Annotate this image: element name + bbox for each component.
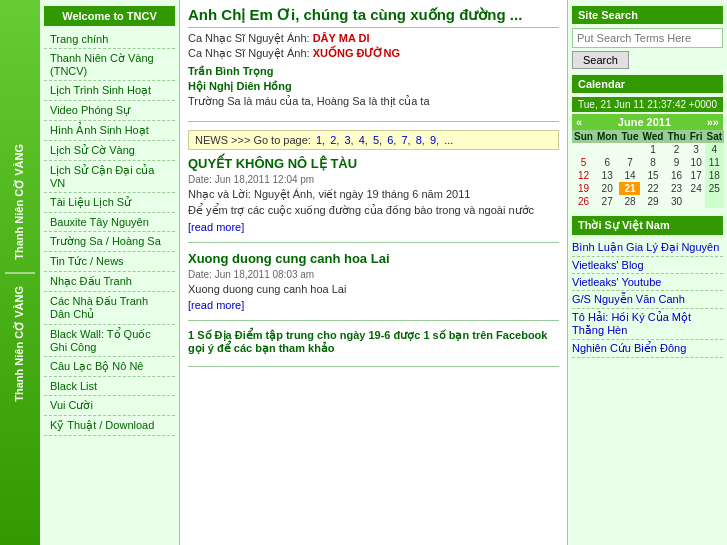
sub2-link[interactable]: XUỐNG ĐƯỜNG [313,47,400,59]
vn-news-item-5[interactable]: Nghiên Cứu Biển Đông [572,340,723,358]
cal-day-2-6[interactable]: 18 [705,169,725,182]
sidebar-item-4[interactable]: Hình Ảnh Sinh Hoạt [44,121,175,141]
sub1-link[interactable]: DÂY MA DI [313,32,370,44]
vn-news-title: Thời Sự Việt Nam [572,216,723,235]
article1-body: Nhạc và Lời: Nguyệt Ánh, viết ngày 19 th… [188,188,559,201]
vn-news-item-4[interactable]: Tô Hải: Hồi Ký Của Một Thằng Hèn [572,309,723,340]
article2-readmore[interactable]: [read more] [188,299,244,311]
cal-day-0-5[interactable]: 3 [688,143,705,156]
news-bar: NEWS >>> Go to page: 1, 2, 3, 4, 5, 6, 7… [188,130,559,150]
article3-title[interactable]: 1 Số Địa Điểm tập trung cho ngày 19-6 đư… [188,329,559,355]
cal-next[interactable]: »» [707,116,719,128]
cal-day-0-4[interactable]: 2 [665,143,687,156]
cal-weekday-fri: Fri [688,130,705,143]
cal-day-2-0[interactable]: 12 [572,169,595,182]
article1-title[interactable]: QUYẾT KHÔNG NÔ LỆ TÀU [188,156,559,171]
main-content: Anh Chị Em Ơi, chúng ta cùng xuống đường… [180,0,567,545]
news-page-3[interactable]: 4 [359,134,365,146]
cal-day-1-1[interactable]: 6 [595,156,620,169]
article1-readmore[interactable]: [read more] [188,221,244,233]
calendar-weekdays: SunMonTueWedThuFriSat [572,130,724,143]
vn-news-item-3[interactable]: G/S Nguyễn Văn Canh [572,291,723,309]
cal-day-4-0[interactable]: 26 [572,195,595,208]
cal-day-3-1[interactable]: 20 [595,182,620,195]
cal-week-1: 567891011 [572,156,724,169]
sidebar-item-0[interactable]: Trang chính [44,30,175,49]
sidebar-item-12[interactable]: Các Nhà Đấu Tranh Dân Chủ [44,292,175,325]
sidebar-item-15[interactable]: Black List [44,377,175,396]
news-page-0[interactable]: 1 [316,134,322,146]
cal-day-3-0[interactable]: 19 [572,182,595,195]
sidebar-item-5[interactable]: Lịch Sử Cờ Vàng [44,141,175,161]
cal-day-0-3[interactable]: 1 [640,143,665,156]
cal-weekday-sun: Sun [572,130,595,143]
cal-day-2-2[interactable]: 14 [619,169,640,182]
cal-day-2-1[interactable]: 13 [595,169,620,182]
vn-news-item-2[interactable]: Vietleaks' Youtube [572,274,723,291]
cal-day-1-2[interactable]: 7 [619,156,640,169]
sidebar-item-16[interactable]: Vui Cười [44,396,175,416]
news-page-7[interactable]: 8 [416,134,422,146]
cal-day-0-1 [595,143,620,156]
cal-day-1-5[interactable]: 10 [688,156,705,169]
cal-week-4: 2627282930 [572,195,724,208]
cal-day-1-0[interactable]: 5 [572,156,595,169]
cal-day-2-4[interactable]: 16 [665,169,687,182]
sidebar-item-2[interactable]: Lịch Trình Sinh Hoạt [44,81,175,101]
calendar-widget: Tue, 21 Jun 11 21:37:42 +0000 « June 201… [572,97,723,208]
sidebar-item-11[interactable]: Nhạc Đấu Tranh [44,272,175,292]
sidebar-item-1[interactable]: Thanh Niên Cờ Vàng (TNCV) [44,49,175,81]
cal-day-1-6[interactable]: 11 [705,156,725,169]
right-sidebar: Site Search Search Calendar Tue, 21 Jun … [567,0,727,545]
cal-day-2-5[interactable]: 17 [688,169,705,182]
news-page-9[interactable]: ... [444,134,453,146]
search-button[interactable]: Search [572,51,629,69]
article1-date: Date: Jun 18,2011 12:04 pm [188,174,559,185]
news-page-5[interactable]: 6 [387,134,393,146]
cal-prev[interactable]: « [576,116,582,128]
sidebar: Welcome to TNCV Trang chínhThanh Niên Cờ… [40,0,180,545]
news-page-2[interactable]: 3 [344,134,350,146]
news-page-6[interactable]: 7 [401,134,407,146]
cal-day-4-1[interactable]: 27 [595,195,620,208]
cal-day-4-3[interactable]: 29 [640,195,665,208]
cal-weekday-wed: Wed [640,130,665,143]
sidebar-item-7[interactable]: Tài Liệu Lịch Sử [44,193,175,213]
news-page-4[interactable]: 5 [373,134,379,146]
cal-weekday-mon: Mon [595,130,620,143]
article2-title[interactable]: Xuong duong cung canh hoa Lai [188,251,559,266]
sidebar-item-13[interactable]: Black Wall: Tổ Quốc Ghi Công [44,325,175,357]
cal-day-3-3[interactable]: 22 [640,182,665,195]
search-input[interactable] [572,28,723,48]
cal-day-4-2[interactable]: 28 [619,195,640,208]
news-page-8[interactable]: 9 [430,134,436,146]
cal-day-1-4[interactable]: 9 [665,156,687,169]
cal-day-4-4[interactable]: 30 [665,195,687,208]
sidebar-item-6[interactable]: Lịch Sử Cận Đại của VN [44,161,175,193]
name-item-2: Trường Sa là máu của ta, Hoàng Sa là thị… [188,94,559,109]
cal-day-2-3[interactable]: 15 [640,169,665,182]
news-page-1[interactable]: 2 [330,134,336,146]
cal-day-3-2[interactable]: 21 [619,182,640,195]
cal-day-3-5[interactable]: 24 [688,182,705,195]
news-pages: 1, 2, 3, 4, 5, 6, 7, 8, 9, ... [314,134,453,146]
name-item-1: Hội Nghị Diên Hồng [188,79,559,94]
sidebar-item-3[interactable]: Video Phóng Sự [44,101,175,121]
cal-day-3-6[interactable]: 25 [705,182,725,195]
sidebar-item-14[interactable]: Câu Lạc Bộ Nô Nê [44,357,175,377]
sidebar-item-8[interactable]: Bauxite Tây Nguyên [44,213,175,232]
calendar-nav: « June 2011 »» [572,114,723,130]
headline-title: Anh Chị Em Ơi, chúng ta cùng xuống đường… [188,6,559,28]
cal-day-0-6[interactable]: 4 [705,143,725,156]
sidebar-item-10[interactable]: Tin Tức / News [44,252,175,272]
cal-day-3-4[interactable]: 23 [665,182,687,195]
sidebar-item-17[interactable]: Kỹ Thuật / Download [44,416,175,436]
cal-weekday-thu: Thu [665,130,687,143]
banner-text-bottom: Thanh Niên CỜ VÀNG [9,282,30,406]
vn-news-item-0[interactable]: Bình Luận Gia Lý Đại Nguyên [572,239,723,257]
cal-day-0-2 [619,143,640,156]
vn-news-item-1[interactable]: Vietleaks' Blog [572,257,723,274]
cal-day-4-5 [688,195,705,208]
sidebar-item-9[interactable]: Trường Sa / Hoàng Sa [44,232,175,252]
cal-day-1-3[interactable]: 8 [640,156,665,169]
